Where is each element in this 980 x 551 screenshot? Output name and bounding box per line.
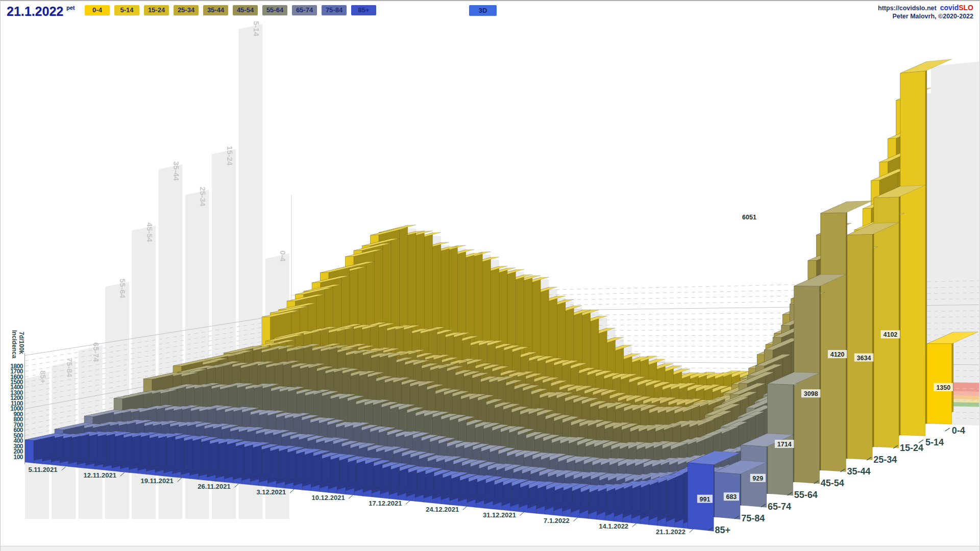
credit-label: Peter Malovrh, ©2020-2022 [878, 12, 973, 20]
view-3d-button[interactable]: 3D [469, 5, 497, 16]
svg-text:26.11.2021: 26.11.2021 [198, 483, 230, 490]
y-axis-title: 7d/100kIncidenca [11, 330, 25, 359]
svg-text:35-44: 35-44 [847, 466, 871, 477]
svg-text:Incidenca: Incidenca [11, 330, 18, 359]
svg-text:14.1.2022: 14.1.2022 [599, 522, 628, 530]
svg-text:65-74: 65-74 [768, 502, 791, 512]
svg-text:1350: 1350 [936, 384, 950, 391]
svg-text:15-24: 15-24 [900, 443, 923, 453]
svg-text:45-54: 45-54 [821, 478, 844, 488]
age-filter-button-35-44[interactable]: 35-44 [203, 5, 228, 15]
y-axis: 1800170016001500140013001200110010009008… [10, 353, 24, 464]
age-filter-button-45-54[interactable]: 45-54 [233, 5, 258, 15]
age-filter-button-75-84[interactable]: 75-84 [322, 5, 347, 15]
svg-text:21.1.2022: 21.1.2022 [656, 528, 685, 536]
svg-text:24.12.2021: 24.12.2021 [426, 506, 459, 513]
svg-text:85+: 85+ [715, 525, 730, 535]
svg-text:19.11.2021: 19.11.2021 [140, 477, 173, 485]
svg-text:15-24: 15-24 [226, 146, 234, 166]
age-filter-button-25-34[interactable]: 25-34 [174, 5, 199, 15]
svg-text:12.11.2021: 12.11.2021 [84, 471, 116, 479]
svg-text:75-84: 75-84 [741, 513, 765, 523]
svg-text:3098: 3098 [804, 390, 818, 397]
svg-text:991: 991 [700, 496, 710, 503]
svg-text:3.12.2021: 3.12.2021 [256, 488, 286, 496]
svg-text:85+: 85+ [39, 370, 47, 384]
svg-text:35-44: 35-44 [172, 161, 181, 181]
svg-text:4120: 4120 [830, 351, 845, 358]
svg-text:5-14: 5-14 [925, 437, 944, 447]
age-filter-button-65-74[interactable]: 65-74 [292, 5, 317, 15]
svg-text:5.11.2021: 5.11.2021 [28, 466, 57, 473]
brand-covid: covid [940, 4, 959, 12]
bottom-scroll-strip [1, 546, 979, 551]
svg-text:6051: 6051 [742, 214, 756, 221]
site-info: https://covidslo.netcovidSLO Peter Malov… [878, 4, 973, 20]
site-url[interactable]: https://covidslo.net [878, 5, 937, 12]
brand-slo: SLO [959, 4, 973, 12]
svg-text:3634: 3634 [857, 355, 871, 362]
svg-text:17.12.2021: 17.12.2021 [369, 499, 402, 507]
svg-text:65-74: 65-74 [92, 342, 101, 362]
svg-text:7.1.2022: 7.1.2022 [544, 517, 570, 524]
svg-text:10.12.2021: 10.12.2021 [312, 494, 345, 502]
age-filter-button-55-64[interactable]: 55-64 [262, 5, 287, 15]
svg-text:25-34: 25-34 [199, 187, 207, 207]
incidence-3d-chart: 85+75-8465-7455-6445-5435-4425-3415-245-… [1, 1, 979, 551]
svg-text:0-4: 0-4 [952, 425, 965, 436]
svg-text:55-64: 55-64 [118, 279, 127, 298]
app-window: 85+75-8465-7455-6445-5435-4425-3415-245-… [0, 0, 980, 551]
svg-text:929: 929 [752, 475, 763, 482]
svg-text:31.12.2021: 31.12.2021 [483, 511, 516, 519]
weekday-label: pet [66, 5, 75, 11]
age-filter-button-0-4[interactable]: 0-4 [85, 5, 110, 15]
svg-text:683: 683 [726, 493, 737, 500]
svg-text:0-4: 0-4 [279, 251, 287, 262]
svg-text:55-64: 55-64 [794, 490, 818, 500]
age-filter-button-5-14[interactable]: 5-14 [114, 5, 139, 15]
brand-logo: covidSLO [940, 4, 973, 12]
current-date-label: 21.1.2022 [7, 4, 63, 19]
svg-text:25-34: 25-34 [873, 455, 897, 465]
svg-text:7d/100k: 7d/100k [18, 332, 25, 354]
svg-text:45-54: 45-54 [145, 222, 154, 242]
age-filter-button-85+[interactable]: 85+ [351, 5, 376, 15]
svg-text:4102: 4102 [883, 331, 897, 338]
svg-text:100: 100 [13, 454, 23, 461]
header-bar: 21.1.2022 pet 0-45-1415-2425-3435-4445-5… [1, 1, 979, 22]
svg-text:5-14: 5-14 [252, 21, 261, 37]
age-filter-button-15-24[interactable]: 15-24 [144, 5, 169, 15]
svg-text:1714: 1714 [777, 441, 792, 448]
age-filter-buttons: 0-45-1415-2425-3435-4445-5455-6465-7475-… [85, 5, 376, 15]
